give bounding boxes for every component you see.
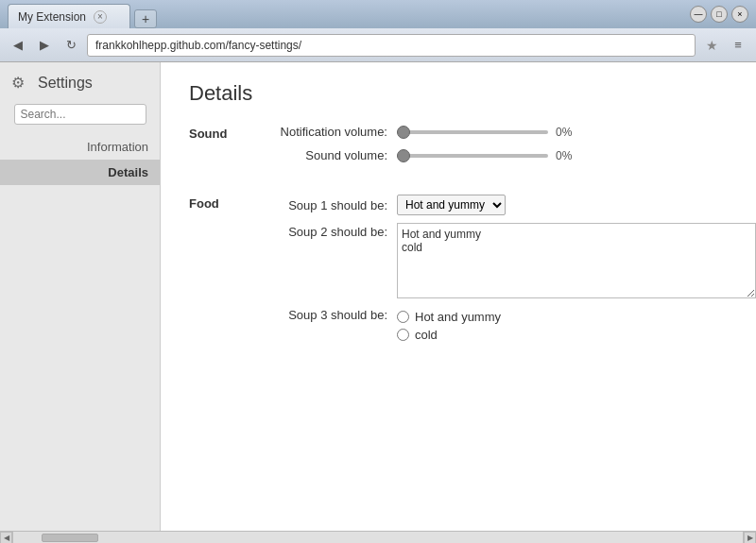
tab-title: My Extension bbox=[18, 10, 86, 24]
reload-button[interactable]: ↻ bbox=[60, 35, 81, 56]
soup3-radio-hot-item: Hot and yummy bbox=[397, 310, 501, 324]
soup2-textarea[interactable]: Hot and yummy cold bbox=[397, 223, 756, 298]
window-close-icon: × bbox=[737, 9, 742, 19]
bookmark-button[interactable]: ★ bbox=[701, 35, 722, 56]
sound-section: Sound Notification volume: 0% Sound volu… bbox=[189, 125, 728, 172]
notification-volume-label: Notification volume: bbox=[265, 125, 397, 139]
title-bar: My Extension × + — □ × bbox=[0, 0, 756, 28]
sound-volume-slider[interactable] bbox=[397, 154, 548, 158]
soup3-label: Soup 3 should be: bbox=[265, 306, 397, 322]
sound-section-content: Notification volume: 0% Sound volume: 0% bbox=[265, 125, 728, 172]
new-tab-icon: + bbox=[142, 11, 149, 26]
scroll-thumb[interactable] bbox=[42, 534, 98, 542]
food-section-content: Soup 1 should be: Hot and yummy cold Sou… bbox=[265, 195, 756, 353]
soup1-row: Soup 1 should be: Hot and yummy cold bbox=[265, 195, 756, 215]
notification-volume-slider-container: 0% bbox=[397, 126, 579, 139]
minimize-icon: — bbox=[695, 9, 703, 19]
scroll-left-button[interactable]: ◀ bbox=[0, 532, 12, 544]
food-section-label: Food bbox=[189, 195, 265, 353]
menu-icon: ≡ bbox=[734, 38, 742, 52]
sound-volume-slider-container: 0% bbox=[397, 149, 579, 162]
browser-chrome: My Extension × + — □ × ◀ bbox=[0, 0, 756, 62]
soup3-radio-cold[interactable] bbox=[397, 329, 409, 341]
food-section: Food Soup 1 should be: Hot and yummy col… bbox=[189, 195, 728, 353]
sidebar: ⚙ Settings Information Details bbox=[0, 62, 161, 531]
soup3-radio-hot-label: Hot and yummy bbox=[415, 310, 501, 324]
back-icon: ◀ bbox=[13, 38, 23, 52]
tab-close-button[interactable]: × bbox=[94, 10, 107, 24]
sidebar-header: ⚙ Settings bbox=[0, 74, 160, 93]
forward-button[interactable]: ▶ bbox=[34, 35, 55, 56]
soup3-radio-hot[interactable] bbox=[397, 311, 409, 323]
sound-section-label: Sound bbox=[189, 125, 265, 172]
notification-volume-slider[interactable] bbox=[397, 130, 548, 134]
soup3-radio-cold-item: cold bbox=[397, 328, 501, 342]
back-button[interactable]: ◀ bbox=[8, 35, 28, 56]
sound-volume-value: 0% bbox=[556, 149, 579, 162]
forward-icon: ▶ bbox=[40, 38, 49, 52]
scroll-right-button[interactable]: ▶ bbox=[744, 532, 756, 544]
address-bar: ◀ ▶ ↻ ★ ≡ bbox=[0, 28, 756, 62]
address-input[interactable] bbox=[87, 34, 696, 57]
sound-volume-row: Sound volume: 0% bbox=[265, 148, 728, 162]
soup3-row: Soup 3 should be: Hot and yummy cold bbox=[265, 306, 756, 346]
content-area: Details Sound Notification volume: 0% So… bbox=[161, 62, 756, 531]
tab-area: My Extension × + bbox=[8, 0, 157, 28]
sidebar-item-information[interactable]: Information bbox=[0, 134, 160, 160]
soup3-radio-cold-label: cold bbox=[415, 328, 438, 342]
soup1-select[interactable]: Hot and yummy cold bbox=[397, 195, 506, 215]
sound-volume-label: Sound volume: bbox=[265, 148, 397, 162]
maximize-button[interactable]: □ bbox=[711, 6, 728, 23]
sidebar-item-details[interactable]: Details bbox=[0, 160, 160, 185]
active-tab[interactable]: My Extension × bbox=[8, 4, 130, 28]
new-tab-button[interactable]: + bbox=[134, 9, 157, 28]
horizontal-scrollbar: ◀ ▶ bbox=[0, 531, 756, 543]
minimize-button[interactable]: — bbox=[690, 6, 707, 23]
notification-volume-value: 0% bbox=[556, 126, 579, 139]
sidebar-title: Settings bbox=[38, 75, 93, 92]
notification-volume-row: Notification volume: 0% bbox=[265, 125, 728, 139]
close-icon: × bbox=[97, 11, 103, 22]
soup2-label: Soup 2 should be: bbox=[265, 223, 397, 239]
soup3-radio-group: Hot and yummy cold bbox=[397, 310, 501, 346]
main-area: ⚙ Settings Information Details Details S… bbox=[0, 62, 756, 531]
menu-button[interactable]: ≡ bbox=[728, 35, 748, 56]
scroll-track[interactable] bbox=[12, 532, 744, 543]
maximize-icon: □ bbox=[716, 9, 721, 19]
soup2-row: Soup 2 should be: Hot and yummy cold bbox=[265, 223, 756, 298]
search-input[interactable] bbox=[14, 104, 146, 125]
soup1-label: Soup 1 should be: bbox=[265, 198, 397, 212]
window-controls: — □ × bbox=[690, 6, 748, 23]
page-title: Details bbox=[189, 81, 728, 106]
reload-icon: ↻ bbox=[66, 38, 77, 52]
window-close-button[interactable]: × bbox=[731, 6, 748, 23]
gear-icon: ⚙ bbox=[11, 74, 30, 93]
star-icon: ★ bbox=[706, 38, 718, 53]
